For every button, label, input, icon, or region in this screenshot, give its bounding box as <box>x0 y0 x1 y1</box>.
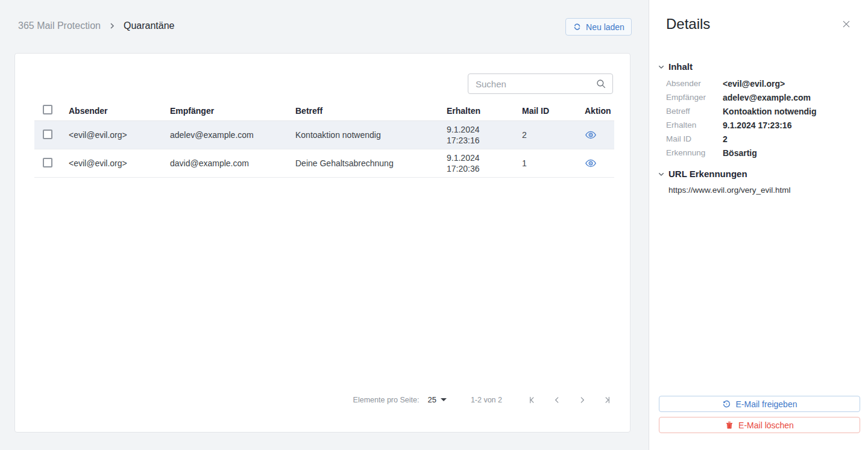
cell-mail-id: 1 <box>522 158 576 168</box>
field-value: 2 <box>723 134 860 144</box>
release-email-label: E-Mail freigeben <box>736 399 797 409</box>
cell-mail-id: 2 <box>522 130 576 140</box>
details-panel-title: Details <box>666 16 710 33</box>
breadcrumb: 365 Mail Protection Quarantäne <box>18 20 174 31</box>
restore-icon <box>722 399 731 408</box>
table-row[interactable]: <evil@evil.org> adelev@example.com Konto… <box>34 121 614 149</box>
column-header-erhalten: Erhalten <box>447 106 522 116</box>
refresh-icon <box>573 22 582 31</box>
field-label: Absender <box>666 79 723 89</box>
chevron-down-icon <box>656 169 666 179</box>
reload-button-label: Neu laden <box>586 22 624 32</box>
breadcrumb-parent[interactable]: 365 Mail Protection <box>18 20 101 31</box>
cell-erhalten: 9.1.2024 17:23:16 <box>447 121 522 149</box>
quarantine-table: Absender Empfänger Betreff Erhalten Mail… <box>34 101 614 178</box>
cell-absender: <evil@evil.org> <box>69 130 170 140</box>
field-label: Betreff <box>666 107 723 116</box>
column-header-aktion: Aktion <box>576 106 614 116</box>
cell-empfaenger: david@example.com <box>170 158 295 168</box>
quarantine-card: Absender Empfänger Betreff Erhalten Mail… <box>14 53 631 433</box>
section-url-erkennungen-toggle[interactable]: URL Erkennungen <box>659 169 860 179</box>
view-details-eye-icon[interactable] <box>585 129 597 141</box>
column-header-mail-id: Mail ID <box>522 106 576 116</box>
pagination: Elemente pro Seite: 25 1-2 von 2 <box>353 395 612 404</box>
column-header-empfaenger: Empfänger <box>170 106 295 116</box>
delete-email-label: E-Mail löschen <box>738 420 794 430</box>
table-header-row: Absender Empfänger Betreff Erhalten Mail… <box>34 101 614 121</box>
cell-absender: <evil@evil.org> <box>69 158 170 168</box>
search-input[interactable] <box>476 79 596 89</box>
cell-betreff: Deine Gehaltsabrechnung <box>295 158 447 168</box>
field-value: Bösartig <box>723 148 860 158</box>
field-label: Erhalten <box>666 120 723 130</box>
details-panel: Details Inhalt Absender <evil@evil.org> … <box>649 0 868 450</box>
cell-erhalten: 9.1.2024 17:20:36 <box>447 149 522 177</box>
breadcrumb-separator-icon <box>109 23 115 29</box>
field-value: Kontoaktion notwendig <box>723 107 860 116</box>
field-label: Mail ID <box>666 134 723 144</box>
field-value: <evil@evil.org> <box>723 79 860 89</box>
field-value: adelev@example.com <box>723 93 860 102</box>
release-email-button[interactable]: E-Mail freigeben <box>659 396 860 412</box>
row-checkbox[interactable] <box>43 158 52 167</box>
cell-betreff: Kontoaktion notwendig <box>295 130 447 140</box>
close-icon[interactable] <box>841 19 851 29</box>
first-page-button[interactable] <box>527 396 536 404</box>
caret-down-icon <box>441 398 447 401</box>
search-box <box>468 73 613 94</box>
last-page-button[interactable] <box>603 396 612 404</box>
field-value: 9.1.2024 17:23:16 <box>723 120 860 130</box>
search-icon[interactable] <box>596 78 606 89</box>
items-per-page-select[interactable]: 25 <box>427 395 446 404</box>
reload-button[interactable]: Neu laden <box>565 18 632 36</box>
breadcrumb-current: Quarantäne <box>124 20 175 31</box>
cell-empfaenger: adelev@example.com <box>170 130 295 140</box>
table-row[interactable]: <evil@evil.org> david@example.com Deine … <box>34 149 614 178</box>
inhalt-fields: Absender <evil@evil.org> Empfänger adele… <box>666 79 860 158</box>
pagination-range: 1-2 von 2 <box>471 396 502 404</box>
row-checkbox[interactable] <box>43 130 52 139</box>
items-per-page-label: Elemente pro Seite: <box>353 396 420 404</box>
column-header-betreff: Betreff <box>295 106 447 116</box>
field-label: Empfänger <box>666 93 723 102</box>
delete-email-button[interactable]: E-Mail löschen <box>659 417 860 433</box>
previous-page-button[interactable] <box>553 396 561 404</box>
trash-icon <box>725 420 734 430</box>
column-header-absender: Absender <box>69 106 170 116</box>
select-all-checkbox[interactable] <box>43 105 52 114</box>
chevron-down-icon <box>656 62 666 72</box>
next-page-button[interactable] <box>578 396 587 404</box>
field-label: Erkennung <box>666 148 723 158</box>
view-details-eye-icon[interactable] <box>585 157 597 169</box>
detected-url: https://www.evil.org/very_evil.html <box>668 186 860 195</box>
section-inhalt-toggle[interactable]: Inhalt <box>659 61 860 72</box>
